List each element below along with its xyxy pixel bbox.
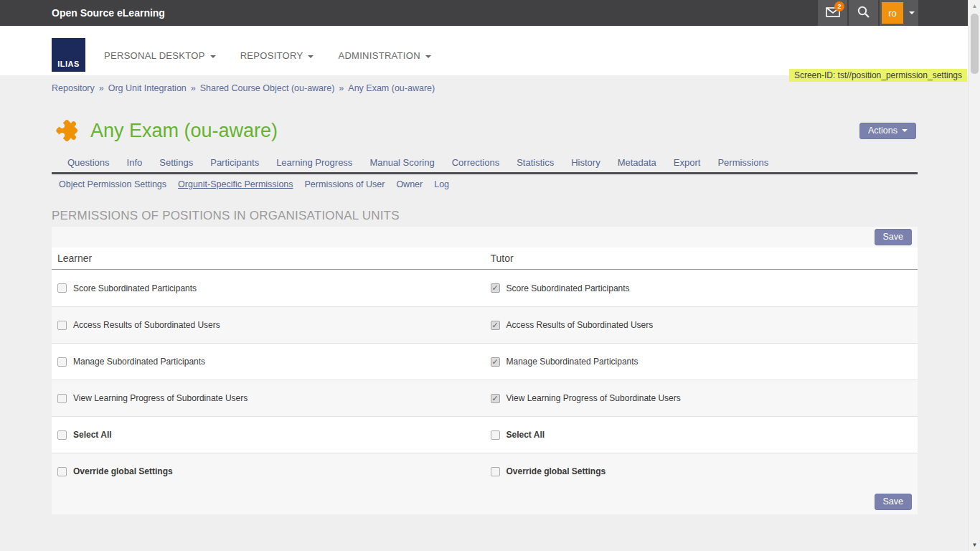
tutor-checkbox[interactable] [491,430,500,440]
permission-label: Override global Settings [73,466,173,476]
tabs: QuestionsInfoSettingsParticipantsLearnin… [52,157,918,174]
mail-badge: 2 [834,1,844,11]
avatar: ro [882,2,903,24]
table-row: Score Subordinated Participants✓Score Su… [52,270,918,306]
permission-label: View Learning Progress of Subordinate Us… [507,393,681,403]
table-toolbar-bottom: Save [52,489,918,514]
permission-label: View Learning Progress of Subordinate Us… [73,393,248,403]
section-heading: PERMISSIONS OF POSITIONS IN ORGANISATION… [52,209,918,223]
save-button[interactable]: Save [875,494,913,510]
table-header: Learner Tutor [52,248,918,270]
tab-metadata[interactable]: Metadata [609,157,665,172]
check-icon: ✓ [491,284,498,292]
learner-checkbox[interactable] [57,467,67,476]
perm-cell-tutor-override-global-settings: Override global Settings [485,466,918,476]
perm-cell-tutor-manage-subordinated-participants: ✓Manage Subordinated Participants [485,357,918,367]
table-row: View Learning Progress of Subordinate Us… [52,380,918,416]
scroll-up-icon[interactable]: ▲ [969,0,980,12]
column-header-tutor: Tutor [485,253,918,264]
permission-label: Manage Subordinated Participants [73,357,205,367]
app-title: Open Source eLearning [52,7,165,19]
learner-checkbox[interactable] [57,394,67,403]
nav-item-personal-desktop[interactable]: PERSONAL DESKTOP [104,50,216,61]
tab-corrections[interactable]: Corrections [443,157,508,172]
perm-cell-tutor-view-learning-progress-of-subordinate-users: ✓View Learning Progress of Subordinate U… [485,393,918,403]
mail-button[interactable]: 2 [818,0,847,26]
subtab-owner[interactable]: Owner [396,179,423,189]
tab-manual-scoring[interactable]: Manual Scoring [361,157,443,172]
permission-label: Select All [73,430,112,440]
subtab-log[interactable]: Log [434,179,449,189]
breadcrumb-item-repository[interactable]: Repository [52,83,95,93]
chevron-down-icon [909,11,915,14]
perm-cell-learner-select-all: Select All [52,430,485,440]
tab-statistics[interactable]: Statistics [508,157,562,172]
table-toolbar-top: Save [52,227,918,248]
tab-settings[interactable]: Settings [151,157,202,172]
tab-questions[interactable]: Questions [59,157,118,172]
tutor-checkbox[interactable] [491,467,500,476]
table-row: Access Results of Subordinated Users✓Acc… [52,306,918,343]
tutor-checkbox[interactable]: ✓ [491,283,500,293]
learner-checkbox[interactable] [57,283,67,293]
nav-item-repository[interactable]: REPOSITORY [240,50,314,61]
permission-label: Score Subordinated Participants [73,283,197,293]
subtab-orgunit-specific-permissions[interactable]: Orgunit-Specific Permissions [178,179,293,189]
main-nav: PERSONAL DESKTOPREPOSITORYADMINISTRATION [104,50,456,61]
page-content: Any Exam (ou-aware) Actions QuestionsInf… [52,119,918,514]
nav-item-label: REPOSITORY [240,50,303,61]
scrollbar[interactable]: ▲ ▼ [968,0,980,551]
learner-checkbox[interactable] [57,321,67,330]
tab-participants[interactable]: Participants [202,157,268,172]
perm-cell-tutor-access-results-of-subordinated-users: ✓Access Results of Subordinated Users [485,320,918,330]
breadcrumb-item-org-unit-integration[interactable]: Org Unit Integration [108,83,187,93]
nav-item-administration[interactable]: ADMINISTRATION [338,50,430,61]
tab-learning-progress[interactable]: Learning Progress [268,157,361,172]
topbar: Open Source eLearning 2 ro [0,0,980,26]
breadcrumb-item-shared-course-object-ou-aware[interactable]: Shared Course Object (ou-aware) [200,83,335,93]
scroll-down-icon[interactable]: ▼ [969,539,980,551]
topbar-actions: 2 ro [818,0,918,26]
chevron-down-icon [210,55,216,58]
tab-permissions[interactable]: Permissions [709,157,777,172]
permission-label: Select All [507,430,545,440]
chevron-down-icon [308,55,314,58]
save-button[interactable]: Save [875,229,913,245]
chevron-down-icon [902,129,908,132]
ilias-logo[interactable]: ILIAS [52,38,85,72]
puzzle-icon [52,114,85,146]
screen-id-badge: Screen-ID: tst//position_permission_sett… [789,69,967,82]
page-title: Any Exam (ou-aware) [90,120,278,142]
perm-cell-tutor-select-all: Select All [485,430,918,440]
actions-button[interactable]: Actions [859,123,916,139]
perm-rows: Score Subordinated Participants✓Score Su… [52,270,918,489]
permissions-table: Save Learner Tutor Score Subordinated Pa… [52,227,918,514]
tutor-checkbox[interactable]: ✓ [491,394,500,403]
perm-cell-learner-score-subordinated-participants: Score Subordinated Participants [52,283,485,293]
tab-info[interactable]: Info [118,157,151,172]
tab-history[interactable]: History [562,157,608,172]
permission-label: Score Subordinated Participants [507,283,630,293]
breadcrumb-separator: » [339,83,344,93]
search-icon [857,5,870,21]
header: ILIAS PERSONAL DESKTOPREPOSITORYADMINIST… [0,26,980,75]
tab-export[interactable]: Export [665,157,710,172]
perm-cell-learner-override-global-settings: Override global Settings [52,466,485,476]
tutor-checkbox[interactable]: ✓ [491,321,500,330]
search-button[interactable] [849,0,878,26]
learner-checkbox[interactable] [57,430,67,440]
user-menu-button[interactable]: ro [880,0,918,26]
breadcrumb-item-any-exam-ou-aware[interactable]: Any Exam (ou-aware) [348,83,435,93]
subtab-permissions-of-user[interactable]: Permissions of User [305,179,385,189]
check-icon: ✓ [491,321,498,329]
table-row: Select AllSelect All [52,416,918,453]
perm-cell-learner-view-learning-progress-of-subordinate-users: View Learning Progress of Subordinate Us… [52,393,485,403]
learner-checkbox[interactable] [57,357,67,367]
tutor-checkbox[interactable]: ✓ [491,357,500,367]
nav-item-label: PERSONAL DESKTOP [104,50,205,61]
permission-label: Access Results of Subordinated Users [73,320,220,330]
scrollbar-thumb[interactable] [971,14,979,74]
subtab-object-permission-settings[interactable]: Object Permission Settings [59,179,166,189]
chevron-down-icon [425,55,431,58]
title-row: Any Exam (ou-aware) Actions [52,119,918,142]
